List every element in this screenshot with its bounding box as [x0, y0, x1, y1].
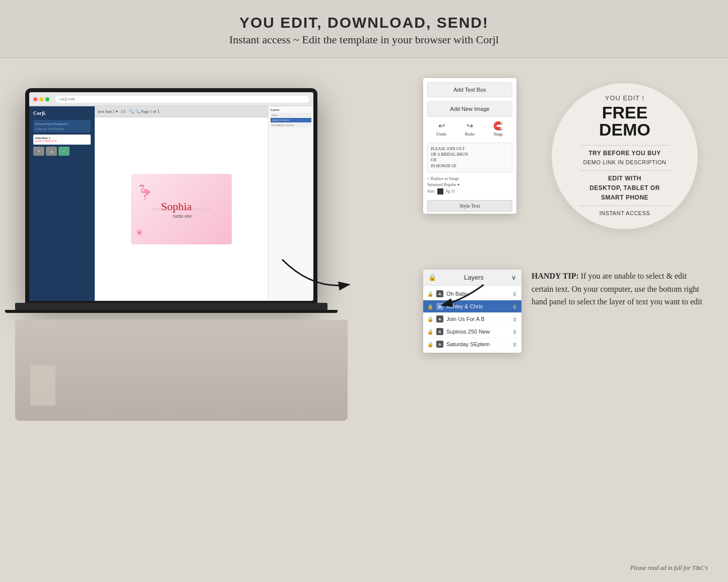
canvas-turns-text: turns one [161, 213, 191, 219]
sidebar-action-btn[interactable]: ⚙ [33, 147, 44, 156]
layer-label-3: Join Us For A B [446, 316, 485, 322]
header-title: YOU EDIT, DOWNLOAD, SEND! [10, 14, 718, 31]
browser-min-dot [39, 97, 43, 101]
delete-icon-2[interactable]: 🗑 [512, 304, 517, 309]
demo-divider-2 [579, 170, 670, 171]
style-text-btn[interactable]: Style Text [427, 200, 512, 212]
color-swatch[interactable] [437, 188, 443, 195]
screen-main: best font 1 ▾ 1/1 🔍 🔍 Page 1 of 1 MyPrin… [95, 106, 268, 301]
undo-label: Undo [436, 132, 446, 137]
layer-item-join-us[interactable]: 🔒 A Join Us For A B 🗑 [423, 313, 521, 326]
panel-controls: □ Replace as Image Splastead Regular ▾ S… [423, 174, 516, 198]
size-controls: Size: Ag 11 [427, 188, 512, 195]
undo-btn[interactable]: ↩ Undo [436, 121, 446, 137]
font-select[interactable]: Splastead Regular ▾ [427, 182, 512, 187]
demo-you-edit: YOU EDIT ! [605, 94, 644, 102]
layer-entry: Emily [271, 113, 311, 117]
sidebar-item: NoorayPartyTemplates [35, 122, 89, 126]
handy-tip: HANDY TIP: If you are unable to select &… [532, 270, 703, 308]
redo-icon: ↪ [467, 121, 473, 131]
delete-icon-5[interactable]: 🗑 [512, 342, 517, 347]
chevron-down-icon: ∨ [511, 274, 516, 281]
handy-tip-text: HANDY TIP: If you are unable to select &… [532, 270, 703, 308]
size-label: Size: [427, 189, 435, 193]
demo-line6: INSTANT ACCESS [600, 209, 650, 218]
screen-toolbar: best font 1 ▾ 1/1 🔍 🔍 Page 1 of 1 [95, 106, 268, 117]
sidebar-save-btn[interactable]: 💾 [46, 147, 57, 156]
snap-icon: 🧲 [493, 121, 503, 131]
flower-icon: 🌸 [135, 228, 144, 237]
toolbar-font: best font 1 ▾ [98, 109, 118, 114]
screen-content: Corjl. NoorayPartyTemplates Order Id: 15… [29, 106, 313, 301]
browser-close-dot [33, 97, 37, 101]
watermark-text: MyPrintableShop MyPrintableShop [153, 207, 211, 212]
canvas-design: MyPrintableShop MyPrintableShop 🦩 🌸 Soph… [131, 174, 232, 244]
browser-bar: corjl.com [29, 92, 313, 106]
toolbar-zoom: 🔍 🔍 Page 1 of 1 [129, 109, 159, 114]
panel-header: Layers [271, 108, 311, 111]
delete-icon-1[interactable]: 🗑 [512, 291, 517, 297]
redo-label: Redo [465, 132, 475, 137]
panel-actions: ↩ Undo ↪ Redo 🧲 Snap [423, 116, 516, 141]
size-value: Ag 11 [445, 189, 455, 193]
delete-icon-3[interactable]: 🗑 [512, 316, 517, 322]
sidebar-order-id: Order Id: 15097582194 [35, 127, 89, 131]
item-status: ● INCOMPLETE [35, 140, 89, 143]
redo-btn[interactable]: ↪ Redo [465, 121, 475, 137]
text-icon-5: A [436, 341, 443, 348]
demo-free-label: FREE [602, 104, 648, 121]
corjl-logo: Corjl. [33, 110, 91, 116]
item-row-1: Item Row 1 ● INCOMPLETE [33, 135, 91, 145]
screen-sidebar: Corjl. NoorayPartyTemplates Order Id: 15… [29, 106, 95, 301]
replace-image-opt: □ Replace as Image [427, 176, 512, 181]
laptop-screen: corjl.com Corjl. NoorayPartyTemplates Or… [29, 92, 313, 301]
text-icon-3: A [436, 315, 443, 322]
sidebar-check-btn[interactable]: ✓ [58, 147, 70, 156]
laptop-base-bottom [5, 310, 338, 313]
lock-icon-5: 🔒 [427, 342, 433, 347]
layer-entry-active: ASHLEYJOHNS [271, 118, 311, 122]
address-bar[interactable]: corjl.com [55, 96, 309, 103]
screen-canvas: MyPrintableShop MyPrintableShop 🦩 🌸 Soph… [95, 117, 268, 301]
layer-entry-2: SATURDAY AUGUS [271, 123, 311, 127]
demo-demo-label: DEMO [599, 121, 650, 138]
layer-item-supinos[interactable]: 🔒 A Supinos 250 New 🗑 [423, 326, 521, 338]
demo-line3: EDIT WITH [608, 174, 641, 183]
panel-text-preview: PLEASE JOIN US FOR A BRIDAL BRUNCHIN HON… [427, 143, 512, 172]
lock-icon-1: 🔒 [427, 291, 433, 297]
text-icon-4: A [436, 328, 443, 335]
main-area: corjl.com Corjl. NoorayPartyTemplates Or… [0, 58, 728, 582]
header-banner: YOU EDIT, DOWNLOAD, SEND! Instant access… [0, 0, 728, 58]
sidebar-menu: NoorayPartyTemplates Order Id: 150975821… [33, 120, 91, 133]
layer-label-5: Saturday SEptem [446, 341, 490, 347]
toolbar-size: 1/1 [121, 109, 126, 114]
sidebar-actions: ⚙ 💾 ✓ [33, 147, 91, 156]
demo-line4: DESKTOP, TABLET OR [589, 183, 660, 193]
hand-hint [30, 365, 55, 406]
snap-label: Snap [494, 132, 503, 137]
layer-item-saturday[interactable]: 🔒 A Saturday SEptem 🗑 [423, 338, 521, 351]
header-subtitle: Instant access ~ Edit the template in yo… [10, 33, 718, 46]
lock-icon-2: 🔒 [427, 304, 433, 309]
corjl-panel: Add Text Box Add New Image ↩ Undo ↪ Redo… [423, 78, 516, 214]
demo-divider-1 [579, 145, 670, 146]
keyboard-area [15, 320, 348, 421]
undo-icon: ↩ [438, 121, 445, 131]
bottom-note: Please read ad in full for T&C's [630, 564, 708, 572]
demo-divider-3 [579, 206, 670, 206]
arrow-panel-to-layers [272, 249, 363, 300]
lock-icon-3: 🔒 [427, 316, 433, 322]
demo-line2: DEMO LINK IN DESCRIPTION [583, 158, 667, 167]
demo-circle: YOU EDIT ! FREE DEMO TRY BEFORE YOU BUY … [552, 83, 698, 229]
add-text-box-btn[interactable]: Add Text Box [427, 82, 512, 97]
browser-max-dot [45, 97, 49, 101]
demo-line1: TRY BEFORE YOU BUY [588, 149, 660, 158]
arrow-tip-arrow [433, 280, 494, 310]
flamingo-icon: 🦩 [136, 184, 154, 201]
add-new-image-btn[interactable]: Add New Image [427, 101, 512, 116]
demo-line5: SMART PHONE [601, 193, 648, 203]
snap-btn[interactable]: 🧲 Snap [493, 121, 503, 137]
delete-icon-4[interactable]: 🗑 [512, 329, 517, 335]
handy-tip-bold: HANDY TIP: [532, 272, 579, 280]
lock-icon-4: 🔒 [427, 329, 433, 335]
